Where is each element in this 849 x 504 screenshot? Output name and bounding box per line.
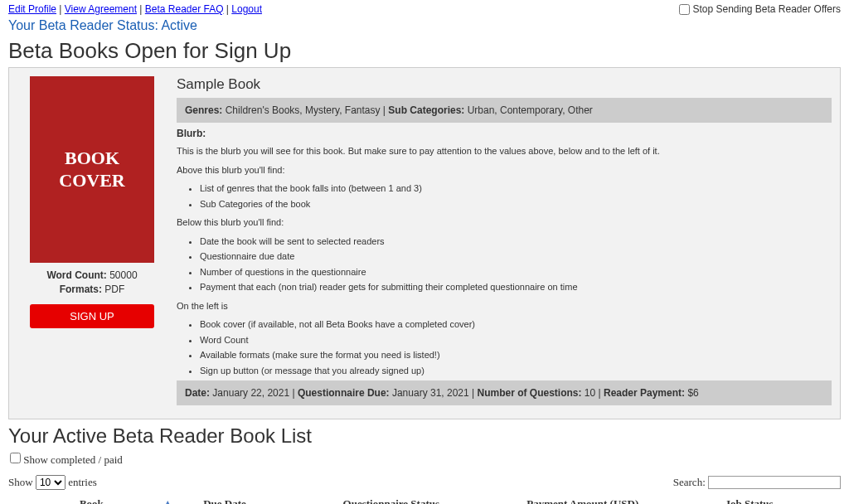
col-payment-amount[interactable]: Payment Amount (USD) (507, 493, 657, 504)
genre-bar: Genres: Children's Books, Mystery, Fanta… (177, 98, 832, 123)
list-item: Questionnaire due date (200, 250, 832, 264)
blurb-label: Blurb: (177, 128, 832, 139)
col-book[interactable]: Book (8, 493, 175, 504)
search-input[interactable] (708, 476, 841, 489)
book-list-table: Book Due Date Questionnaire Status Payme… (8, 493, 841, 504)
show-completed-toggle[interactable]: Show completed / paid (10, 453, 123, 466)
list-item: Word Count (200, 333, 832, 347)
beta-reader-faq-link[interactable]: Beta Reader FAQ (145, 3, 224, 15)
book-card: BOOK COVER Word Count: 50000 Formats: PD… (8, 67, 841, 419)
list-item: Sign up button (or message that you alre… (200, 364, 832, 378)
show-completed-checkbox[interactable] (10, 453, 21, 463)
top-nav: Edit Profile | View Agreement | Beta Rea… (8, 3, 262, 15)
sign-up-button[interactable]: SIGN UP (30, 304, 154, 328)
col-job-status[interactable]: Job Status (657, 493, 841, 504)
open-books-heading: Beta Books Open for Sign Up (8, 38, 841, 64)
formats: Formats: PDF (17, 284, 167, 295)
list-item: Sub Categories of the book (200, 197, 832, 211)
list-item: Payment that each (non trial) reader get… (200, 280, 832, 294)
word-count: Word Count: 50000 (17, 269, 167, 281)
list-item: Available formats (make sure the format … (200, 348, 832, 362)
logout-link[interactable]: Logout (231, 3, 262, 15)
stop-offers-toggle[interactable]: Stop Sending Beta Reader Offers (679, 3, 841, 15)
book-cover: BOOK COVER (30, 76, 154, 263)
col-due-date[interactable]: Due Date (175, 493, 274, 504)
active-list-heading: Your Active Beta Reader Book List (8, 424, 841, 448)
show-entries-control: Show 10 entries (8, 475, 97, 490)
col-questionnaire-status[interactable]: Questionnaire Status (274, 493, 507, 504)
blurb-body: This is the blurb you will see for this … (177, 144, 832, 377)
list-item: Number of questions in the questionnaire (200, 265, 832, 279)
list-item: List of genres that the book falls into … (200, 182, 832, 196)
list-item: Date the book will be sent to selected r… (200, 235, 832, 249)
list-item: Book cover (if available, not all Beta B… (200, 317, 832, 332)
beta-reader-status: Your Beta Reader Status: Active (8, 18, 841, 33)
stop-offers-checkbox[interactable] (679, 4, 690, 15)
edit-profile-link[interactable]: Edit Profile (8, 3, 56, 15)
book-title: Sample Book (177, 76, 832, 93)
search-control: Search: (673, 476, 841, 489)
view-agreement-link[interactable]: View Agreement (65, 3, 137, 15)
show-completed-label: Show completed / paid (23, 453, 123, 466)
entries-select[interactable]: 10 (36, 475, 65, 490)
stop-offers-label: Stop Sending Beta Reader Offers (692, 3, 841, 15)
book-footer-bar: Date: January 22, 2021 | Questionnaire D… (177, 380, 832, 405)
